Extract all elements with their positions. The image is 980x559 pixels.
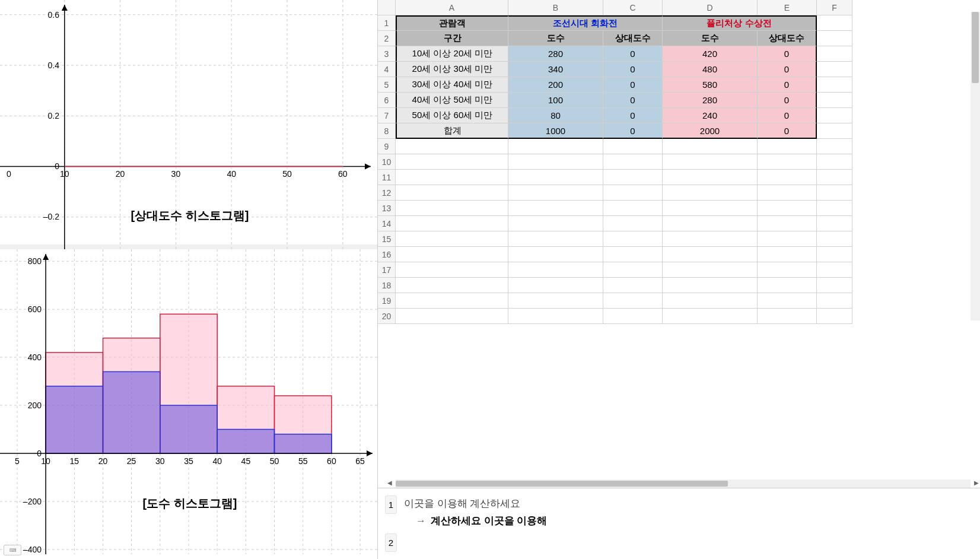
cell[interactable] [817, 154, 852, 170]
cell-c5[interactable]: 0 [603, 77, 663, 93]
horizontal-scrollbar[interactable]: ◀ ▶ [396, 479, 971, 488]
row-header[interactable]: 12 [378, 185, 396, 201]
cell-f5[interactable] [817, 77, 852, 93]
row-header[interactable]: 11 [378, 170, 396, 185]
row-header[interactable]: 18 [378, 278, 396, 293]
col-header-e[interactable]: E [758, 0, 817, 15]
bar-blue-4[interactable] [217, 430, 274, 454]
cell[interactable] [817, 185, 852, 201]
cell-c7[interactable]: 0 [603, 108, 663, 123]
cell-c8[interactable]: 0 [603, 123, 663, 139]
cell-d7[interactable]: 240 [663, 108, 758, 123]
cell-b3[interactable]: 280 [508, 46, 603, 62]
row-header[interactable]: 13 [378, 201, 396, 216]
cell-a3[interactable]: 10세 이상 20세 미만 [396, 46, 508, 62]
cell[interactable] [758, 170, 817, 185]
cell[interactable] [758, 231, 817, 247]
cas-row-2[interactable]: 2 [380, 531, 978, 554]
scrollbar-thumb[interactable] [396, 481, 728, 487]
cell[interactable] [508, 262, 603, 278]
cell[interactable] [817, 216, 852, 231]
scrollbar-thumb[interactable] [972, 12, 979, 83]
cell[interactable] [663, 154, 758, 170]
cell[interactable] [508, 170, 603, 185]
cell-d2[interactable]: 도수 [663, 31, 758, 46]
cell[interactable] [758, 278, 817, 293]
cell[interactable] [508, 293, 603, 309]
cell-b5[interactable]: 200 [508, 77, 603, 93]
row-header[interactable]: 10 [378, 154, 396, 170]
cell[interactable] [508, 309, 603, 324]
cell[interactable] [508, 154, 603, 170]
cell[interactable] [663, 170, 758, 185]
relative-frequency-chart[interactable]: 0 10 20 30 40 50 60 0 0.2 0.4 0.6 –0.2 [… [0, 0, 377, 249]
cell[interactable] [603, 231, 663, 247]
col-header-b[interactable]: B [508, 0, 603, 15]
cell[interactable] [758, 247, 817, 262]
bar-blue-2[interactable] [103, 371, 160, 453]
cell[interactable] [508, 278, 603, 293]
cell[interactable] [663, 201, 758, 216]
cell-c2[interactable]: 상대도수 [603, 31, 663, 46]
cell[interactable] [663, 216, 758, 231]
cell[interactable] [396, 247, 508, 262]
cell[interactable] [758, 293, 817, 309]
cell[interactable] [817, 278, 852, 293]
cell-d4[interactable]: 480 [663, 62, 758, 77]
scroll-left-icon[interactable]: ◀ [387, 479, 392, 486]
cell[interactable] [663, 139, 758, 154]
cell-d6[interactable]: 280 [663, 93, 758, 108]
cell[interactable] [603, 309, 663, 324]
cell[interactable] [603, 154, 663, 170]
cell[interactable] [817, 293, 852, 309]
cell[interactable] [817, 247, 852, 262]
row-header[interactable]: 16 [378, 247, 396, 262]
cell[interactable] [817, 170, 852, 185]
cell-e7[interactable]: 0 [758, 108, 817, 123]
cell[interactable] [396, 201, 508, 216]
vertical-scrollbar[interactable] [971, 12, 980, 320]
cell-b2[interactable]: 도수 [508, 31, 603, 46]
cell[interactable] [508, 201, 603, 216]
row-header[interactable]: 3 [378, 46, 396, 62]
frequency-chart[interactable]: 5 10 15 20 25 30 35 40 45 50 55 60 65 0 … [0, 249, 377, 554]
cell-b6[interactable]: 100 [508, 93, 603, 108]
cell-f8[interactable] [817, 123, 852, 139]
col-header-f[interactable]: F [817, 0, 852, 15]
spreadsheet-view[interactable]: A B C D E F 1 관람객 조선시대 회화전 퓰리처상 수상전 2 구간… [378, 0, 980, 488]
bar-blue-5[interactable] [275, 434, 332, 453]
cell[interactable] [758, 139, 817, 154]
cell[interactable] [603, 170, 663, 185]
row-header[interactable]: 19 [378, 293, 396, 309]
cell[interactable] [396, 309, 508, 324]
cell[interactable] [758, 154, 817, 170]
cell-f4[interactable] [817, 62, 852, 77]
cell-de1[interactable]: 퓰리처상 수상전 [663, 15, 817, 31]
cell-a4[interactable]: 20세 이상 30세 미만 [396, 62, 508, 77]
cell-bc1[interactable]: 조선시대 회화전 [508, 15, 663, 31]
cell[interactable] [508, 231, 603, 247]
cell-a5[interactable]: 30세 이상 40세 미만 [396, 77, 508, 93]
row-header[interactable]: 6 [378, 93, 396, 108]
cell[interactable] [663, 247, 758, 262]
cell[interactable] [396, 170, 508, 185]
row-header[interactable]: 2 [378, 31, 396, 46]
cell-c6[interactable]: 0 [603, 93, 663, 108]
cell-f7[interactable] [817, 108, 852, 123]
cell[interactable] [396, 231, 508, 247]
cell[interactable] [396, 154, 508, 170]
cell[interactable] [817, 139, 852, 154]
col-header-d[interactable]: D [663, 0, 758, 15]
cell[interactable] [603, 278, 663, 293]
cell-f2[interactable] [817, 31, 852, 46]
cell[interactable] [508, 247, 603, 262]
bar-blue-1[interactable] [46, 386, 103, 453]
cell-a6[interactable]: 40세 이상 50세 미만 [396, 93, 508, 108]
cell[interactable] [396, 216, 508, 231]
row-header[interactable]: 8 [378, 123, 396, 139]
scroll-right-icon[interactable]: ▶ [974, 479, 979, 486]
cell[interactable] [663, 278, 758, 293]
cell-a2[interactable]: 구간 [396, 31, 508, 46]
cell[interactable] [396, 262, 508, 278]
cell-c4[interactable]: 0 [603, 62, 663, 77]
